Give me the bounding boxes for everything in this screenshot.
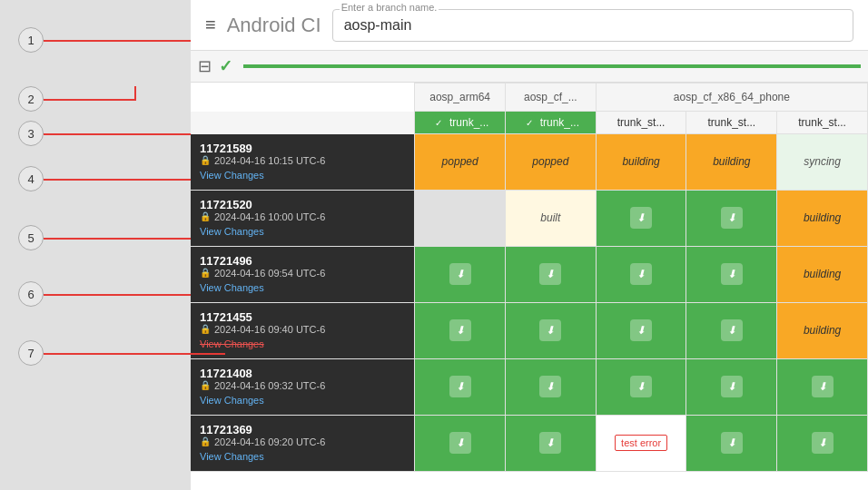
download-icon[interactable]: ⬇ — [630, 376, 652, 397]
download-icon[interactable]: ⬇ — [449, 376, 471, 397]
branch-input-wrapper: Enter a branch name. — [332, 9, 853, 42]
arrow-line-1 — [44, 40, 191, 42]
download-icon[interactable]: ⬇ — [449, 432, 471, 454]
builds-table: aosp_arm64 aosp_cf_... aosp_cf_x86_64_ph… — [191, 83, 868, 472]
annotation-6: 6 — [18, 281, 44, 307]
build-info-11721520: 11721520 🔒 2024-04-16 10:00 UTC-6 View C… — [191, 190, 415, 246]
download-icon[interactable]: ⬇ — [630, 207, 652, 229]
status-cell: ⬇ — [777, 415, 868, 471]
download-icon[interactable]: ⬇ — [539, 432, 561, 454]
test-error-badge: test error — [615, 435, 667, 451]
download-icon[interactable]: ⬇ — [539, 319, 561, 341]
view-changes-link[interactable]: View Changes — [200, 226, 264, 237]
status-cell — [415, 190, 506, 246]
arrow-line-7 — [44, 353, 225, 355]
table-row: 11721589 🔒 2024-04-16 10:15 UTC-6 View C… — [191, 134, 868, 191]
download-icon[interactable]: ⬇ — [812, 376, 833, 397]
main-content: ≡ Android CI Enter a branch name. ⊟ ✓ — [191, 0, 868, 490]
download-icon[interactable]: ⬇ — [449, 263, 471, 285]
status-cell: ⬇ — [596, 358, 686, 415]
status-cell: ⬇ — [415, 358, 506, 415]
status-cell: ⬇ — [506, 302, 597, 358]
branch-input[interactable] — [332, 9, 853, 42]
status-cell: building — [686, 134, 777, 191]
chevron-right-icon[interactable]: ✓ — [219, 56, 232, 76]
build-info-11721589: 11721589 🔒 2024-04-16 10:15 UTC-6 View C… — [191, 134, 415, 191]
status-cell: ⬇ — [506, 415, 597, 471]
view-changes-link[interactable]: View Changes — [200, 170, 264, 181]
download-icon[interactable]: ⬇ — [812, 432, 833, 454]
annotation-2: 2 — [18, 86, 44, 112]
status-cell: popped — [506, 134, 597, 191]
build-number: 11721589 — [200, 142, 405, 155]
trunk-col-3: trunk_st... — [596, 112, 686, 134]
status-cell: ⬇ — [415, 246, 506, 302]
status-cell: ⬇ — [506, 246, 597, 302]
trunk-label-5: trunk_st... — [798, 116, 846, 129]
build-date: 🔒 2024-04-16 09:32 UTC-6 — [200, 380, 405, 391]
arrow-line-6 — [44, 294, 191, 296]
download-icon[interactable]: ⬇ — [449, 319, 471, 341]
annotation-3: 3 — [18, 121, 44, 146]
lock-icon: 🔒 — [200, 211, 211, 221]
build-date: 🔒 2024-04-16 09:40 UTC-6 — [200, 324, 405, 335]
annotation-panel: 1 2 3 4 5 6 7 — [0, 0, 191, 490]
status-cell: ⬇ — [777, 358, 868, 415]
check-icon-1: ✓ — [431, 115, 446, 130]
status-cell: ⬇ — [686, 415, 777, 471]
table-row: 11721408 🔒 2024-04-16 09:32 UTC-6 View C… — [191, 358, 868, 415]
status-cell: ⬇ — [506, 358, 597, 415]
trunk-col-5: trunk_st... — [777, 112, 868, 134]
download-icon[interactable]: ⬇ — [630, 263, 652, 285]
download-icon[interactable]: ⬇ — [630, 319, 652, 341]
lock-icon: 🔒 — [200, 436, 211, 446]
download-icon[interactable]: ⬇ — [721, 432, 743, 454]
download-icon[interactable]: ⬇ — [539, 376, 561, 397]
empty-trunk-header — [191, 112, 415, 134]
status-cell: ⬇ — [686, 246, 777, 302]
build-number: 11721520 — [200, 198, 405, 211]
status-cell: ⬇ — [686, 302, 777, 358]
trunk-header-row: ✓ trunk_... ✓ trunk_... trunk_st... — [191, 112, 868, 134]
status-cell: building — [777, 246, 868, 302]
trunk-label-4: trunk_st... — [707, 116, 755, 129]
status-cell: ⬇ — [686, 190, 777, 246]
view-changes-link[interactable]: View Changes — [200, 338, 264, 349]
filter-icon[interactable]: ⊟ — [198, 56, 212, 76]
status-cell: building — [777, 190, 868, 246]
trunk-label-1: trunk_... — [449, 116, 488, 129]
view-changes-link[interactable]: View Changes — [200, 282, 264, 293]
build-info-11721496: 11721496 🔒 2024-04-16 09:54 UTC-6 View C… — [191, 246, 415, 302]
toolbar-row: ⊟ ✓ — [191, 51, 868, 83]
build-number: 11721408 — [200, 367, 405, 380]
status-cell: ⬇ — [415, 302, 506, 358]
build-date: 🔒 2024-04-16 10:15 UTC-6 — [200, 155, 405, 166]
annotation-5: 5 — [18, 225, 44, 250]
download-icon[interactable]: ⬇ — [721, 263, 743, 285]
arrow-line-2v — [134, 86, 136, 101]
download-icon[interactable]: ⬇ — [721, 376, 743, 397]
check-icon-2: ✓ — [522, 115, 537, 130]
table-row: 11721369 🔒 2024-04-16 09:20 UTC-6 View C… — [191, 415, 868, 471]
build-number: 11721455 — [200, 310, 405, 324]
build-date: 🔒 2024-04-16 10:00 UTC-6 — [200, 211, 405, 222]
hamburger-icon[interactable]: ≡ — [205, 15, 216, 35]
build-info-11721455: 11721455 🔒 2024-04-16 09:40 UTC-6 View C… — [191, 302, 415, 358]
download-icon[interactable]: ⬇ — [721, 207, 743, 229]
view-changes-link[interactable]: View Changes — [200, 395, 264, 406]
trunk-col-4: trunk_st... — [686, 112, 777, 134]
branch-label: Enter a branch name. — [340, 2, 439, 13]
status-cell: ⬇ — [596, 302, 686, 358]
download-icon[interactable]: ⬇ — [539, 263, 561, 285]
annotation-7: 7 — [18, 340, 44, 366]
trunk-label-2: trunk_... — [540, 116, 579, 129]
status-cell: ⬇ — [596, 190, 686, 246]
trunk-col-2: ✓ trunk_... — [506, 112, 597, 134]
status-cell: building — [596, 134, 686, 191]
col-aosp-cf-x86: aosp_cf_x86_64_phone — [596, 83, 867, 112]
table-row: 11721520 🔒 2024-04-16 10:00 UTC-6 View C… — [191, 190, 868, 246]
table-container: aosp_arm64 aosp_cf_... aosp_cf_x86_64_ph… — [191, 83, 868, 490]
view-changes-link[interactable]: View Changes — [200, 451, 264, 462]
arrow-line-2 — [44, 99, 134, 101]
download-icon[interactable]: ⬇ — [721, 319, 743, 341]
